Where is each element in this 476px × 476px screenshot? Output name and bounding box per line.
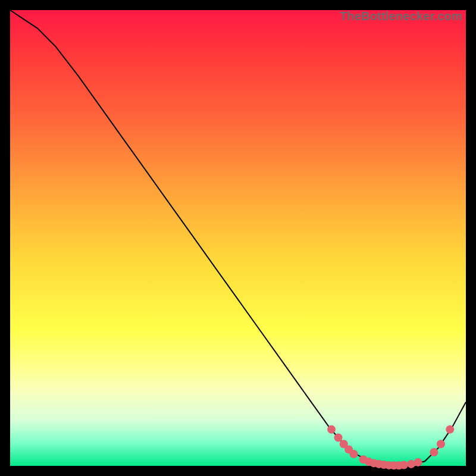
plot-svg <box>10 10 466 466</box>
curve-marker <box>327 425 336 434</box>
curve-marker <box>430 448 438 456</box>
bottleneck-curve <box>10 10 466 466</box>
curve-marker <box>334 434 343 442</box>
curve-marker <box>437 440 445 448</box>
curve-marker <box>414 458 422 466</box>
curve-marker <box>446 425 454 434</box>
chart-area: TheBottlenecker.com <box>10 10 466 466</box>
marker-group <box>327 425 454 470</box>
curve-marker <box>400 461 408 469</box>
curve-marker <box>350 450 358 458</box>
